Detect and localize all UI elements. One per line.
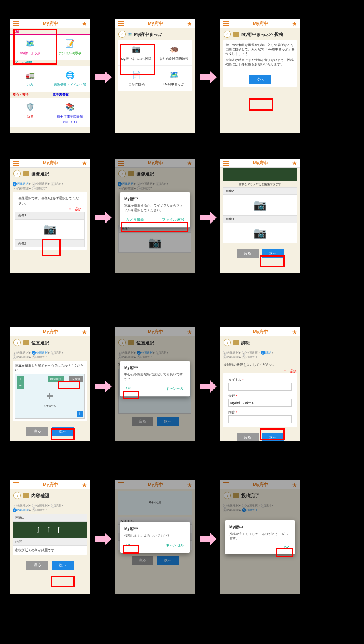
star-icon[interactable]: ★ <box>292 160 297 166</box>
back-button[interactable]: 戻る <box>26 561 48 570</box>
screen-location: My府中 ★ ‹ 位置選択 1画像選択 ▸ 2位置選択 ▸ 3詳細 ▸ 4内容確… <box>10 327 90 441</box>
image1-preview: ∫ ∫ ∫ <box>13 522 87 538</box>
info-icon[interactable]: i <box>77 411 83 417</box>
tile-cityinfo[interactable]: 🌐 市政情報・イベント等 <box>50 66 90 92</box>
current-location-button[interactable]: 現在地 <box>69 376 83 382</box>
ok-button[interactable]: OK <box>282 545 291 550</box>
camera-option[interactable]: カメラ撮影 <box>124 217 146 224</box>
desc-text: 写真を撮影した場所を中心点に合わせてください。 <box>15 363 85 372</box>
hamburger-icon[interactable] <box>118 21 124 26</box>
back-button[interactable]: ‹ <box>224 339 231 346</box>
back-button[interactable]: ‹ <box>118 170 126 177</box>
category-input[interactable] <box>228 399 292 407</box>
map-view[interactable]: + − 地図選択 現在地 ✛ 府中市役所 i <box>15 374 85 419</box>
dialog-msg: 中心点を撮影場所に設定しても良いですか？ <box>124 372 186 381</box>
hamburger-icon[interactable] <box>223 161 229 166</box>
back-button[interactable]: ‹ <box>13 170 21 177</box>
category-label: 分野 * <box>228 394 292 398</box>
tile-bulletin[interactable]: 📝 デジタル掲示板 <box>50 35 90 60</box>
zoom-in[interactable]: + <box>17 376 24 382</box>
arrow-icon <box>95 380 112 393</box>
back-button[interactable]: ‹ <box>13 339 21 346</box>
back-button[interactable]: 戻る <box>26 427 48 436</box>
tile-garbage[interactable]: 🚛 ごみ <box>10 66 50 92</box>
star-icon[interactable]: ★ <box>82 160 87 166</box>
hamburger-icon[interactable] <box>223 330 229 334</box>
star-icon[interactable]: ★ <box>82 482 87 488</box>
next-button[interactable]: 次へ <box>249 75 271 84</box>
arrow-icon <box>200 380 217 393</box>
image-list: 画像2 📷 画像3 📷 <box>223 187 297 243</box>
image2-slot[interactable]: 📷 <box>223 195 297 215</box>
star-icon[interactable]: ★ <box>292 329 297 335</box>
tile-myposts[interactable]: 📄 自分の投稿 <box>118 66 155 91</box>
ok-button[interactable]: OK <box>124 542 133 549</box>
tile-danger[interactable]: 🦔 まちの危険箇所通報 <box>155 40 192 65</box>
hamburger-icon[interactable] <box>223 482 229 487</box>
next-button[interactable]: 次へ <box>52 427 74 436</box>
screen-complete: My府中 ★ ‹ 投稿完了 1画像選択 ▸ 2位置選択 ▸ 3詳細 ▸ 4内容確… <box>220 480 300 594</box>
image1-slot[interactable]: 📷 <box>118 232 191 253</box>
tile-library[interactable]: 📚 府中市電子図書館 (外部リンク) <box>50 98 90 127</box>
page-header: ‹ 位置選択 <box>115 336 195 349</box>
star-icon[interactable]: ★ <box>82 20 87 27</box>
star-icon[interactable]: ★ <box>187 329 192 335</box>
hamburger-icon[interactable] <box>223 21 229 26</box>
hamburger-icon[interactable] <box>118 161 124 166</box>
star-icon[interactable]: ★ <box>187 482 192 488</box>
star-icon[interactable]: ★ <box>187 20 192 27</box>
app-title: My府中 <box>43 329 58 335</box>
back-button[interactable]: 戻る <box>132 556 153 565</box>
tile-mapview[interactable]: 🗺️ My府中まっぷ <box>155 66 192 91</box>
tile-map[interactable]: 🗺️ My府中まっぷ <box>10 35 50 60</box>
image1-slot[interactable]: 📷 <box>15 219 85 240</box>
arrow-icon <box>200 533 217 545</box>
cancel-button[interactable]: キャンセル <box>164 542 186 549</box>
hamburger-icon[interactable] <box>118 330 124 334</box>
next-button[interactable]: 次へ <box>157 417 179 426</box>
back-button[interactable]: ‹ <box>13 492 21 499</box>
ok-button[interactable]: OK <box>124 386 133 393</box>
hamburger-icon[interactable] <box>13 330 19 334</box>
titlebar: My府中 ★ <box>10 19 90 28</box>
image2-label: 画像2 <box>223 187 297 195</box>
back-button[interactable]: ‹ <box>224 492 231 499</box>
hamburger-icon[interactable] <box>13 482 19 487</box>
image3-slot[interactable]: 📷 <box>223 223 297 243</box>
intro-text-2: ※個人が特定できる情報を含まないよう、投稿の際には十分配慮をお願いいたします。 <box>225 58 295 67</box>
content-input[interactable] <box>228 415 292 423</box>
next-button[interactable]: 次へ <box>52 561 74 570</box>
next-button[interactable]: 次へ <box>262 433 284 441</box>
star-icon[interactable]: ★ <box>82 329 87 335</box>
tile-post[interactable]: 📷 My府中まっぷへ投稿 <box>118 40 155 65</box>
camera-badge-icon <box>23 340 29 345</box>
next-button[interactable]: 次へ <box>262 249 284 258</box>
tile-disaster[interactable]: 🛡️ 防災 <box>10 98 50 127</box>
next-button[interactable]: 次へ <box>157 556 179 565</box>
screen-location-dialog: My府中 ★ ‹ 位置選択 1画像選択 ▸ 2位置選択 ▸ 3詳細 ▸ 4内容確… <box>115 327 195 441</box>
back-button[interactable]: ‹ <box>224 31 231 38</box>
map-label: My府中まっぷ <box>20 51 40 55</box>
arrow-icon <box>200 212 217 224</box>
page-title: My府中まっぷ <box>134 31 162 37</box>
image1-thumb[interactable] <box>223 168 297 181</box>
title-input[interactable] <box>228 383 292 391</box>
back-button[interactable]: 戻る <box>237 249 259 258</box>
file-option[interactable]: ファイル選択 <box>160 217 186 224</box>
back-button[interactable]: 戻る <box>132 417 153 426</box>
back-button[interactable]: 戻る <box>237 433 259 441</box>
hamburger-icon[interactable] <box>13 161 19 166</box>
star-icon[interactable]: ★ <box>292 20 297 27</box>
star-icon[interactable]: ★ <box>187 160 192 166</box>
map-select-button[interactable]: 地図選択 <box>48 376 64 382</box>
cancel-button[interactable]: キャンセル <box>164 386 186 393</box>
hamburger-icon[interactable] <box>13 21 19 26</box>
marker-label: 府中市役所 <box>44 404 56 408</box>
hamburger-icon[interactable] <box>118 482 124 487</box>
star-icon[interactable]: ★ <box>292 482 297 488</box>
image1-label: 画像1 <box>13 514 87 522</box>
page-header: ‹ 内容確認 <box>10 489 90 502</box>
back-button[interactable]: ‹ <box>118 339 126 346</box>
zoom-out[interactable]: − <box>17 382 24 389</box>
back-button[interactable]: ‹ <box>118 31 126 38</box>
